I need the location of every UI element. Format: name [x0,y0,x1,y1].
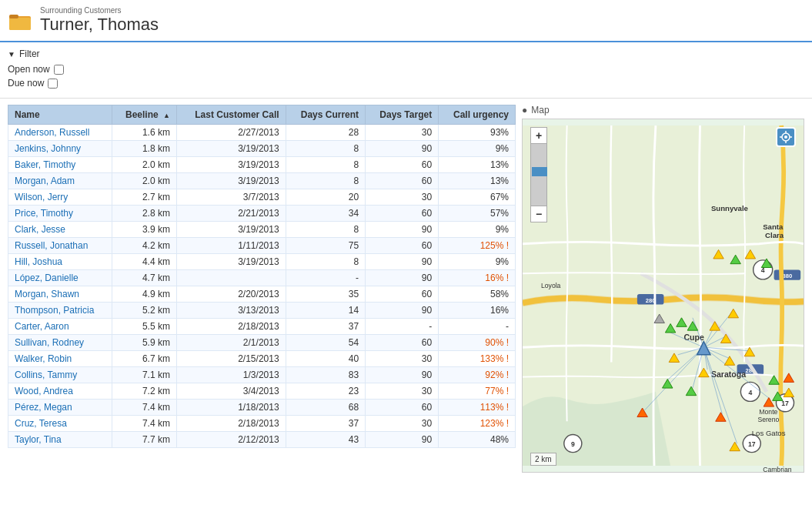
due-now-checkbox[interactable] [48,79,58,89]
col-call-urgency[interactable]: Call urgency [439,105,516,125]
beeline-cell: 7.4 km [112,400,176,416]
urgency-value: 125% ! [480,240,509,251]
urgency-value: 113% ! [480,402,509,413]
call-urgency-cell: 9% [439,222,516,238]
beeline-cell: 2.7 km [112,189,176,206]
call-urgency-cell: 58% [439,286,516,303]
days-target-cell: 90 [366,432,439,448]
table-row: Cruz, Teresa7.4 km2/18/20133730123% ! [8,416,516,432]
customer-name-link[interactable]: Hill, Joshua [15,256,62,267]
customer-name-cell: Wood, Andrea [8,383,112,400]
customer-name-cell: Anderson, Russell [8,125,112,141]
customer-name-link[interactable]: Morgan, Shawn [15,289,79,299]
locate-button[interactable] [776,127,796,147]
customer-name-link[interactable]: Wood, Andrea [15,386,73,396]
customer-name-link[interactable]: Walker, Robin [15,353,72,364]
customer-name-cell: Clark, Jesse [8,222,112,238]
days-current-cell: 20 [286,189,366,206]
beeline-cell: 1.6 km [112,125,176,141]
beeline-cell: 7.1 km [112,367,176,383]
table-row: Morgan, Shawn4.9 km2/20/2013356058% [8,286,516,303]
filter-open-now-row: Open now [8,64,804,75]
customer-name-cell: López, Danielle [8,270,112,286]
customer-name-cell: Price, Timothy [8,206,112,222]
zoom-in-button[interactable]: + [530,127,547,144]
beeline-cell: 5.5 km [112,319,176,335]
filter-label: Filter [19,48,40,59]
customer-name-link[interactable]: Price, Timothy [15,208,73,219]
col-last-call[interactable]: Last Customer Call [176,105,286,125]
call-urgency-cell: 77% ! [439,383,516,400]
urgency-value: 133% ! [480,353,509,364]
days-current-cell: 8 [286,141,366,157]
last-call-cell [176,270,286,286]
call-urgency-cell: 93% [439,125,516,141]
days-target-cell: 60 [366,173,439,189]
zoom-bar[interactable] [530,144,547,206]
call-urgency-cell: 13% [439,157,516,173]
days-current-cell: 75 [286,238,366,254]
zoom-out-button[interactable]: − [530,206,547,222]
col-name[interactable]: Name [8,105,112,125]
call-urgency-cell: 123% ! [439,416,516,432]
map-icon: ● [522,105,527,115]
beeline-cell: 4.4 km [112,254,176,270]
days-current-cell: 68 [286,400,366,416]
customer-name-link[interactable]: Baker, Timothy [15,159,75,170]
col-beeline[interactable]: Beeline ▲ [112,105,176,125]
customer-name-cell: Hill, Joshua [8,254,112,270]
customer-name-link[interactable]: Carter, Aaron [15,321,69,332]
customer-name-link[interactable]: Wilson, Jerry [15,192,68,202]
last-call-cell: 3/13/2013 [176,303,286,319]
map-area[interactable]: 280 280 880 [522,119,804,473]
days-target-cell: 90 [366,222,439,238]
customer-name-cell: Sullivan, Rodney [8,335,112,351]
table-row: Morgan, Adam2.0 km3/19/201386013% [8,173,516,189]
beeline-cell: 5.2 km [112,303,176,319]
call-urgency-cell: 92% ! [439,367,516,383]
zoom-handle[interactable] [532,167,547,176]
customer-name-link[interactable]: Anderson, Russell [15,127,89,138]
days-current-cell: 14 [286,303,366,319]
customer-name-link[interactable]: Clark, Jesse [15,224,65,235]
col-days-target[interactable]: Days Target [366,105,439,125]
customer-name-link[interactable]: López, Danielle [15,273,79,283]
customer-name-link[interactable]: Pérez, Megan [15,402,72,413]
customer-name-link[interactable]: Cruz, Teresa [15,418,67,429]
svg-text:Loyola: Loyola [541,282,561,289]
col-days-current[interactable]: Days Current [286,105,366,125]
svg-text:4: 4 [748,389,752,396]
last-call-cell: 3/19/2013 [176,254,286,270]
beeline-cell: 7.4 km [112,416,176,432]
customer-name-link[interactable]: Jenkins, Johnny [15,143,81,154]
customer-name-link[interactable]: Morgan, Adam [15,176,75,186]
last-call-cell: 2/18/2013 [176,319,286,335]
filter-toggle[interactable]: ▼ Filter [8,48,804,59]
open-now-checkbox[interactable] [54,65,64,75]
days-current-cell: 43 [286,432,366,448]
days-current-cell: 83 [286,367,366,383]
svg-rect-2 [9,15,18,18]
customer-name-cell: Pérez, Megan [8,400,112,416]
last-call-cell: 3/19/2013 [176,157,286,173]
days-current-cell: 37 [286,416,366,432]
svg-text:Los Gatos: Los Gatos [752,430,786,438]
customer-name-link[interactable]: Russell, Jonathan [15,240,88,251]
days-current-cell: 37 [286,319,366,335]
call-urgency-cell: 67% [439,189,516,206]
customer-name-link[interactable]: Collins, Tammy [15,370,77,380]
table-row: Walker, Robin6.7 km2/15/20134030133% ! [8,351,516,367]
filter-section: ▼ Filter Open now Due now [0,42,812,99]
days-current-cell: 8 [286,222,366,238]
svg-text:Sereno: Sereno [757,416,779,423]
customer-name-link[interactable]: Taylor, Tina [15,434,62,445]
table-row: Sullivan, Rodney5.9 km2/1/2013546090% ! [8,335,516,351]
call-urgency-cell: 48% [439,432,516,448]
days-current-cell: 8 [286,173,366,189]
last-call-cell: 1/11/2013 [176,238,286,254]
map-title: Map [531,105,549,115]
customer-name-link[interactable]: Sullivan, Rodney [15,337,84,348]
customer-name-link[interactable]: Thompson, Patricia [15,305,94,316]
last-call-cell: 2/12/2013 [176,432,286,448]
days-target-cell: 90 [366,141,439,157]
